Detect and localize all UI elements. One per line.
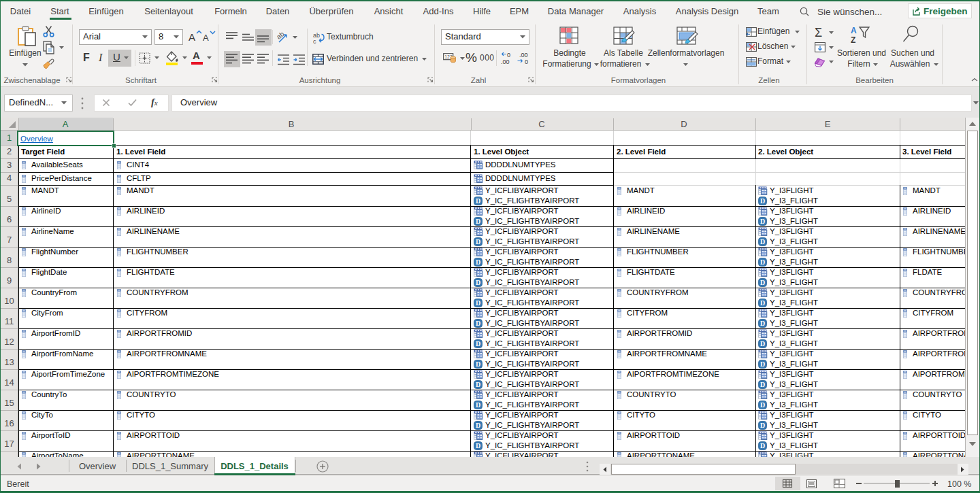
svg-text:c: c xyxy=(313,38,316,45)
svg-text:.00: .00 xyxy=(501,58,510,65)
svg-text:A: A xyxy=(851,26,857,35)
svg-text:0: 0 xyxy=(507,52,510,58)
svg-text:0: 0 xyxy=(525,58,528,65)
svg-text:.00: .00 xyxy=(519,52,528,58)
svg-text:Z: Z xyxy=(851,35,855,45)
